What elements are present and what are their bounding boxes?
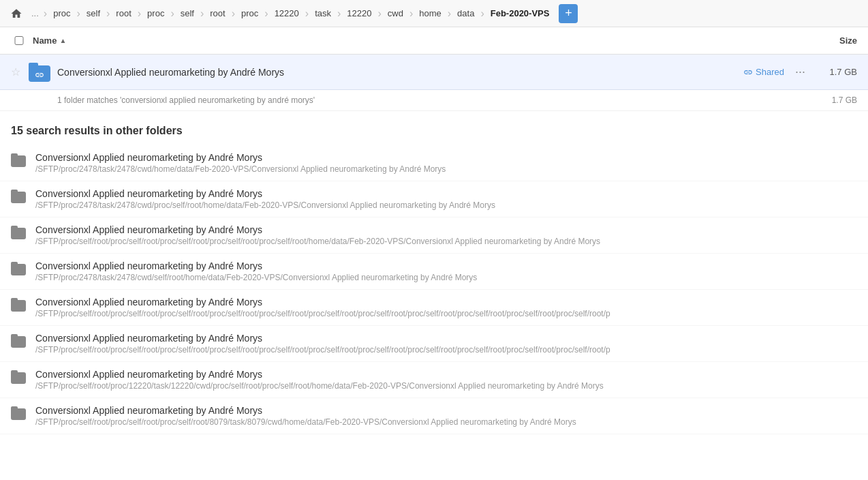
result-title: Conversionxl Applied neuromarketing by A… [35,188,857,199]
other-results-header: 15 search results in other folders [0,111,868,145]
breadcrumb-self-2[interactable]: self [175,5,200,21]
result-item[interactable]: Conversionxl Applied neuromarketing by A… [0,181,868,217]
result-title: Conversionxl Applied neuromarketing by A… [35,333,857,344]
folder-icon [11,190,27,203]
sep-1: › [76,7,80,20]
result-title: Conversionxl Applied neuromarketing by A… [35,260,857,271]
sep-11: › [409,7,413,20]
breadcrumb-root-2[interactable]: root [204,5,230,21]
result-path: /SFTP/proc/self/root/proc/self/root/proc… [35,417,857,427]
sep-9: › [337,7,341,20]
result-path: /SFTP/proc/2478/task/2478/cwd/self/root/… [35,273,857,282]
result-item[interactable]: Conversionxl Applied neuromarketing by A… [0,145,868,181]
result-info: Conversionxl Applied neuromarketing by A… [35,188,857,210]
star-icon[interactable]: ☆ [11,65,27,78]
breadcrumb-home[interactable]: home [414,5,447,21]
sep-5: › [200,7,204,20]
breadcrumb-data[interactable]: data [452,5,480,21]
size-column-header: Size [803,35,857,46]
breadcrumb-ellipsis[interactable]: ... [27,8,43,18]
result-info: Conversionxl Applied neuromarketing by A… [35,369,857,391]
highlighted-result-row[interactable]: ☆ Conversionxl Applied neuromarketing by… [0,55,868,90]
result-title: Conversionxl Applied neuromarketing by A… [35,297,857,308]
result-item[interactable]: Conversionxl Applied neuromarketing by A… [0,217,868,254]
sep-12: › [448,7,451,20]
breadcrumb-bar: ... › proc › self › root › proc › self ›… [0,0,868,27]
folder-icon [11,153,27,167]
sep-8: › [305,7,309,20]
result-item[interactable]: Conversionxl Applied neuromarketing by A… [0,254,868,290]
summary-text: 1 folder matches 'conversionxl applied n… [57,95,315,105]
folder-icon [11,334,27,348]
sep-2: › [106,7,110,20]
result-title: Conversionxl Applied neuromarketing by A… [35,224,857,235]
result-info: Conversionxl Applied neuromarketing by A… [35,152,857,174]
result-path: /SFTP/proc/self/root/proc/self/root/proc… [35,345,857,355]
folder-icon [11,262,27,275]
result-item[interactable]: Conversionxl Applied neuromarketing by A… [0,398,868,434]
breadcrumb-task[interactable]: task [309,5,337,21]
result-path: /SFTP/proc/self/root/proc/self/root/proc… [35,237,857,246]
breadcrumb-proc-3[interactable]: proc [236,5,264,21]
breadcrumb-feb2020vps[interactable]: Feb-2020-VPS [485,5,555,21]
breadcrumb-proc-2[interactable]: proc [142,5,170,21]
breadcrumb-self-1[interactable]: self [81,5,106,21]
highlighted-item-name: Conversionxl Applied neuromarketing by A… [57,67,743,78]
result-title: Conversionxl Applied neuromarketing by A… [35,405,857,416]
result-item[interactable]: Conversionxl Applied neuromarketing by A… [0,326,868,362]
name-column-header[interactable]: Name ▲ [33,35,803,46]
result-title: Conversionxl Applied neuromarketing by A… [35,152,857,163]
result-list: Conversionxl Applied neuromarketing by A… [0,145,868,434]
result-title: Conversionxl Applied neuromarketing by A… [35,369,857,380]
sep-6: › [232,7,235,20]
highlighted-item-size: 1.7 GB [816,67,857,77]
sep-10: › [377,7,381,20]
shared-folder-icon [27,60,52,85]
summary-line: 1 folder matches 'conversionxl applied n… [0,90,868,111]
folder-icon [11,370,27,384]
sep-13: › [480,7,484,20]
folder-icon [11,298,27,312]
result-item[interactable]: Conversionxl Applied neuromarketing by A… [0,290,868,326]
result-info: Conversionxl Applied neuromarketing by A… [35,224,857,246]
sep-3: › [138,7,141,20]
breadcrumb-root-1[interactable]: root [110,5,136,21]
breadcrumb-proc-1[interactable]: proc [48,5,76,21]
folder-icon [11,226,27,239]
result-path: /SFTP/proc/2478/task/2478/cwd/proc/self/… [35,200,857,210]
add-tab-button[interactable]: + [559,4,578,23]
breadcrumb-cwd[interactable]: cwd [382,5,409,21]
result-info: Conversionxl Applied neuromarketing by A… [35,405,857,427]
breadcrumb-12220-2[interactable]: 12220 [341,5,377,21]
result-info: Conversionxl Applied neuromarketing by A… [35,260,857,282]
select-all-checkbox[interactable] [11,36,27,45]
home-icon[interactable] [5,3,27,25]
shared-badge: Shared [743,67,784,77]
summary-size: 1.7 GB [832,95,857,105]
sep-4: › [170,7,174,20]
result-path: /SFTP/proc/self/root/proc/12220/task/122… [35,381,857,391]
folder-icon [11,406,27,420]
sep-0: › [44,7,47,20]
more-options-button[interactable]: ··· [795,65,805,79]
sep-7: › [264,7,268,20]
result-path: /SFTP/proc/2478/task/2478/cwd/home/data/… [35,164,857,174]
breadcrumb-12220-1[interactable]: 12220 [269,5,305,21]
result-path: /SFTP/proc/self/root/proc/self/root/proc… [35,309,857,318]
result-info: Conversionxl Applied neuromarketing by A… [35,333,857,355]
column-header: Name ▲ Size [0,27,868,55]
result-item[interactable]: Conversionxl Applied neuromarketing by A… [0,362,868,398]
result-info: Conversionxl Applied neuromarketing by A… [35,297,857,318]
